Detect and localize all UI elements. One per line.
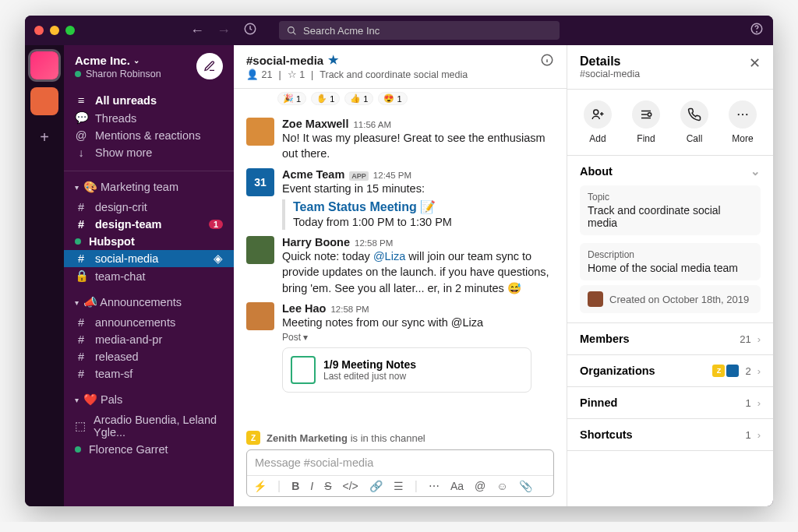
composer-toolbar: ⚡ | B I S </> 🔗 ☰ | ⋯ Aa @ ☺ 📎 [247,475,553,496]
help-button[interactable] [750,22,764,39]
chevron-down-icon: ⌄ [750,165,761,178]
format-toggle-button[interactable]: Aa [450,480,464,492]
sidebar-channel-item[interactable]: #team-sf [64,365,234,382]
sidebar-channel-item[interactable]: #design-crit [64,199,234,216]
reaction-pill[interactable]: 👍1 [344,92,373,105]
presence-icon [75,446,81,453]
message-composer[interactable]: Message #social-media ⚡ | B I S </> 🔗 ☰ … [246,449,554,497]
find-action-button[interactable]: Find [632,100,660,144]
strike-button[interactable]: S [324,480,331,492]
forward-button[interactable]: → [217,23,231,39]
italic-button[interactable]: I [310,480,313,492]
sidebar-channel-item[interactable]: #media-and-pr [64,331,234,348]
sidebar-section-header[interactable]: ▾❤️ Pals [64,389,234,411]
channel-meta: 👤 21 | ☆ 1 | Track and coordinate social… [246,69,468,80]
reaction-pill[interactable]: 😍1 [378,92,407,105]
channel-prefix-icon: # [75,316,87,329]
close-details-button[interactable]: ✕ [749,55,761,72]
channel-topic[interactable]: Track and coordinate social media [320,69,468,80]
message-author[interactable]: Zoe Maxwell [282,118,348,130]
channel-prefix-icon: # [75,333,87,346]
channel-label: media-and-pr [95,333,162,346]
caret-icon: ▾ [75,298,79,307]
created-row: Created on October 18th, 2019 [580,285,761,313]
sidebar-nav-item[interactable]: ≡All unreads [64,92,234,109]
minimize-window-button[interactable] [50,26,59,35]
add-action-button[interactable]: Add [584,100,612,144]
reaction-pill[interactable]: ✋1 [311,92,340,105]
channel-prefix-icon: # [75,218,87,231]
avatar[interactable] [246,302,274,330]
message-author[interactable]: Harry Boone [282,236,350,248]
workspace-header[interactable]: Acme Inc. ⌄ Sharon Robinson [64,45,234,87]
sidebar-channel-item[interactable]: 🔒team-chat [64,267,234,285]
close-window-button[interactable] [34,26,44,35]
svg-point-7 [738,114,740,115]
post-icon [291,356,316,384]
sidebar-nav-item[interactable]: 💬Threads [64,109,234,127]
detail-row-organizations[interactable]: OrganizationsZ2› [567,355,773,387]
add-workspace-button[interactable]: + [30,123,58,151]
members-count[interactable]: 👤 21 [246,69,272,80]
event-block[interactable]: Team Status Meeting 📝Today from 1:00 PM … [282,199,554,230]
avatar[interactable]: 31 [246,168,274,196]
post-label[interactable]: Post ▾ [282,332,554,343]
more-format-button[interactable]: ⋯ [429,480,440,492]
star-icon[interactable]: ★ [328,53,338,67]
chevron-right-icon: › [757,365,761,377]
message-author[interactable]: Acme Team [282,168,344,181]
mention-button[interactable]: @ [475,480,486,492]
pins-count[interactable]: ☆ 1 [288,69,305,80]
code-button[interactable]: </> [343,480,358,492]
list-button[interactable]: ☰ [394,480,404,492]
attach-button[interactable]: 📎 [519,480,532,492]
sidebar-channel-item[interactable]: #design-team1 [64,216,234,233]
sidebar-channel-item[interactable]: #announcements [64,314,234,331]
sidebar-channel-item[interactable]: #social-media◈ [64,250,234,267]
reaction-pill[interactable]: 🎉1 [277,92,306,105]
compose-button[interactable] [196,53,223,79]
nav-label: All unreads [95,94,157,107]
maximize-window-button[interactable] [65,26,75,35]
sidebar-section-header[interactable]: ▾🎨 Marketing team [64,176,234,199]
message-text: Meeting notes from our sync with @Liza [282,315,554,330]
message-text: Event starting in 15 minutes: [282,181,554,196]
sidebar-channel-item[interactable]: #released [64,348,234,365]
search-input[interactable]: Search Acme Inc [279,21,560,40]
back-button[interactable]: ← [190,23,204,39]
workspace-switcher-2[interactable] [30,87,58,115]
notice-org: Zenith Marketing [267,432,348,444]
emoji-button[interactable]: ☺ [496,480,507,492]
about-topic-box[interactable]: Topic Track and coordinate social media [580,185,761,235]
avatar[interactable] [246,118,274,146]
message: Zoe Maxwell11:56 AMNo! It was my pleasur… [234,115,567,165]
post-card[interactable]: 1/9 Meeting NotesLast edited just now [282,347,531,393]
channel-title[interactable]: #social-media ★ [246,53,468,67]
about-title[interactable]: About ⌄ [580,165,761,178]
sidebar-section-header[interactable]: ▾📣 Announcements [64,291,234,314]
message: 31Acme TeamAPP12:45 PMEvent starting in … [234,165,567,234]
bold-button[interactable]: B [291,480,299,492]
detail-row-pinned[interactable]: Pinned1› [567,387,773,419]
sidebar-nav-item[interactable]: ↓Show more [64,144,234,161]
sidebar-nav-item[interactable]: @Mentions & reactions [64,127,234,144]
call-action-button[interactable]: Call [680,100,708,144]
info-button[interactable] [540,53,554,70]
history-button[interactable] [243,22,257,39]
composer-input[interactable]: Message #social-media [247,450,553,475]
more-action-button[interactable]: More [729,100,757,144]
shortcuts-button[interactable]: ⚡ [253,480,267,492]
detail-row-label: Members [580,333,630,345]
detail-row-members[interactable]: Members21› [567,323,773,355]
message-author[interactable]: Lee Hao [282,302,326,315]
about-desc-box[interactable]: Description Home of the social media tea… [580,243,761,280]
details-panel: Details #social-media ✕ AddFindCallMore … [567,45,773,506]
avatar[interactable] [246,236,274,264]
detail-row-shortcuts[interactable]: Shortcuts1› [567,419,773,451]
workspace-switcher-active[interactable] [30,51,58,79]
sidebar-channel-item[interactable]: Hubspot [64,233,234,250]
message-text: Quick note: today @Liza will join our te… [282,248,554,296]
sidebar-channel-item[interactable]: ⬚Arcadio Buendia, Leland Ygle... [64,411,234,441]
sidebar-channel-item[interactable]: Florence Garret [64,441,234,458]
link-button[interactable]: 🔗 [369,480,383,492]
